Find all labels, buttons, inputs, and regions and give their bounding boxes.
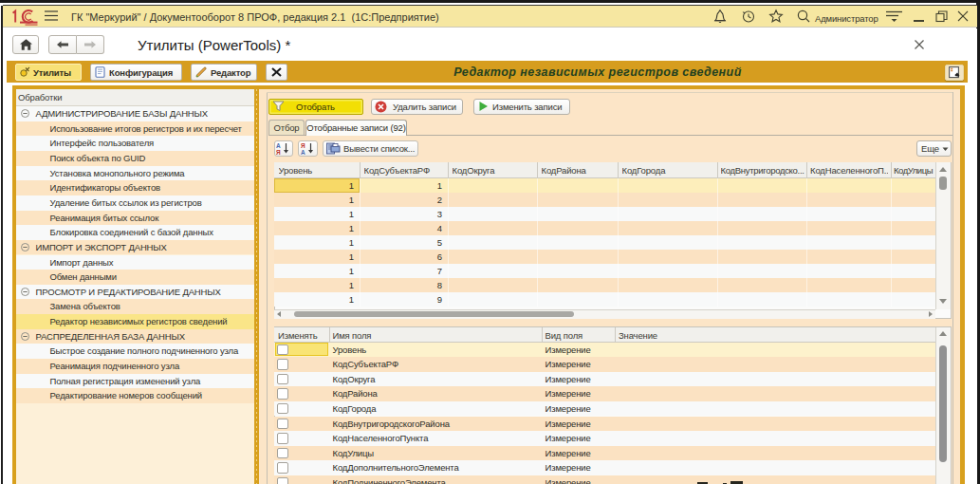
svg-text:Я: Я [276, 149, 281, 155]
svg-text:А: А [276, 142, 281, 149]
svg-text:Я: Я [301, 142, 305, 149]
svg-text:А: А [301, 149, 305, 155]
